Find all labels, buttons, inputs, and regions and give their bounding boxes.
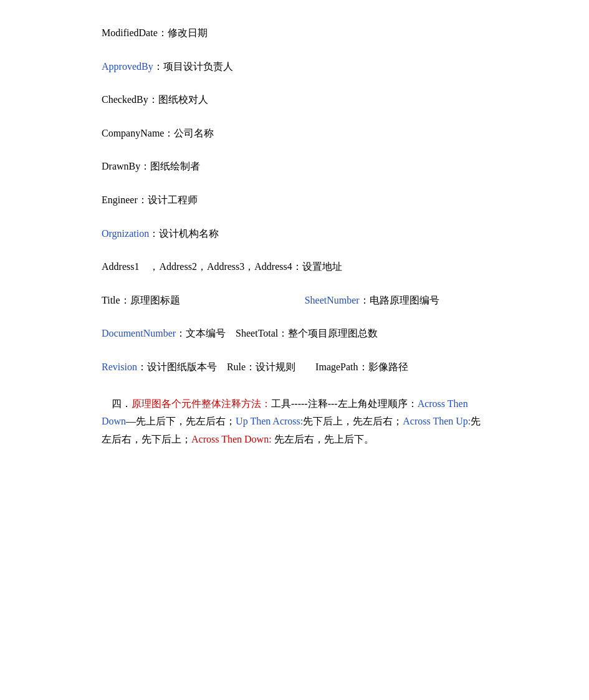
sheet-number-desc: ：电路原理图编号 — [360, 295, 439, 305]
document-number-desc: ：文本编号 — [176, 328, 236, 338]
drawn-by-line: DrawnBy：图纸绘制者 — [102, 158, 487, 175]
checked-by-line: CheckedBy：图纸校对人 — [102, 92, 487, 108]
modified-date-line: ModifiedDate：修改日期 — [102, 25, 487, 41]
orgnization-desc: ：设计机构名称 — [149, 228, 219, 239]
across-then-up-keyword: Across Then Up: — [403, 416, 471, 426]
up-then-across-keyword: Up Then Across: — [236, 416, 303, 426]
para-num: 四． — [102, 398, 132, 409]
rule-text: Rule：设计规则 — [227, 362, 315, 372]
revision-rule-image-line: Revision：设计图纸版本号 Rule：设计规则 ImagePath：影像路… — [102, 359, 487, 375]
revision-keyword: Revision — [102, 362, 137, 372]
para-intro: 原理图各个元件整体注释方法： — [132, 398, 271, 409]
title-sheet-line: Title：原理图标题SheetNumber：电路原理图编号 — [102, 292, 487, 309]
across-then-down-desc: —先上后下，先左后右； — [126, 416, 236, 426]
approved-by-desc: ：项目设计负责人 — [153, 61, 233, 72]
page-content: ModifiedDate：修改日期 ApprovedBy：项目设计负责人 Che… — [102, 25, 487, 449]
across-then-down2-desc: 先左后右，先上后下。 — [272, 434, 374, 444]
document-sheettotal-line: DocumentNumber：文本编号 SheetTotal：整个项目原理图总数 — [102, 325, 487, 342]
engineer-text: Engineer：设计工程师 — [102, 194, 198, 205]
drawn-by-text: DrawnBy：图纸绘制者 — [102, 161, 200, 171]
revision-desc: ：设计图纸版本号 — [137, 362, 227, 372]
company-name-line: CompanyName：公司名称 — [102, 125, 487, 141]
address-text: Address1 ，Address2，Address3，Address4：设置地… — [102, 261, 342, 272]
modified-date-text: ModifiedDate：修改日期 — [102, 27, 208, 38]
checked-by-text: CheckedBy：图纸校对人 — [102, 94, 208, 105]
paragraph-four: 四．原理图各个元件整体注释方法：工具-----注释---左上角处理顺序：Acro… — [102, 395, 487, 449]
across-then-down2-keyword: Across Then Down: — [191, 434, 272, 444]
sheet-total-text: SheetTotal：整个项目原理图总数 — [236, 328, 378, 338]
para-tool-desc: 工具-----注释---左上角处理顺序： — [271, 398, 418, 409]
document-number-keyword: DocumentNumber — [102, 328, 176, 338]
sheet-number-keyword: SheetNumber — [305, 295, 360, 305]
up-then-across-desc: 先下后上，先左后右； — [303, 416, 403, 426]
engineer-line: Engineer：设计工程师 — [102, 192, 487, 208]
orgnization-line: Orgnization：设计机构名称 — [102, 226, 487, 242]
approved-by-line: ApprovedBy：项目设计负责人 — [102, 59, 487, 75]
image-path-text: ImagePath：影像路径 — [315, 362, 408, 372]
orgnization-keyword: Orgnization — [102, 228, 149, 239]
approved-by-keyword: ApprovedBy — [102, 61, 153, 72]
company-name-text: CompanyName：公司名称 — [102, 128, 214, 138]
address-line: Address1 ，Address2，Address3，Address4：设置地… — [102, 259, 487, 275]
title-text: Title：原理图标题 — [102, 295, 180, 305]
